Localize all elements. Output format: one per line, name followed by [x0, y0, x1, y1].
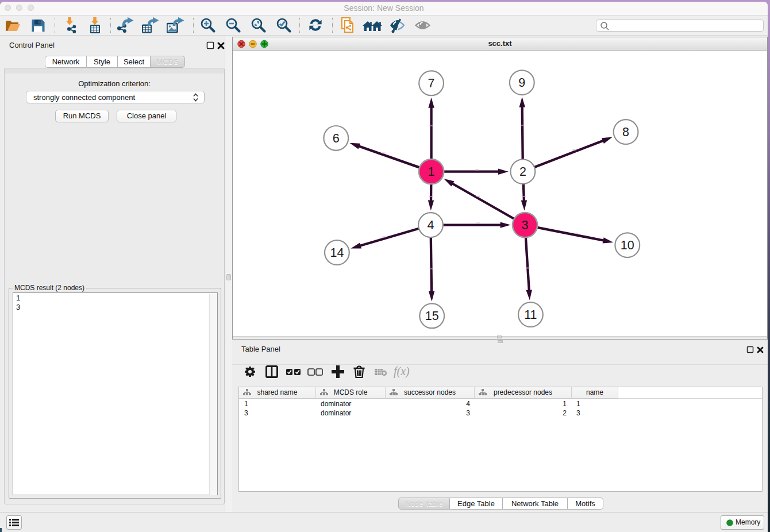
svg-text:9: 9 [518, 76, 525, 90]
svg-text:15: 15 [425, 309, 439, 323]
svg-text:3: 3 [522, 218, 529, 232]
svg-text:1: 1 [428, 165, 435, 179]
svg-text:f(x): f(x) [394, 366, 410, 378]
svg-text:14: 14 [330, 246, 344, 260]
svg-text:4: 4 [428, 218, 434, 232]
svg-text:6: 6 [333, 132, 340, 145]
svg-text:10: 10 [621, 238, 634, 252]
svg-text:11: 11 [524, 308, 537, 322]
svg-text:8: 8 [622, 125, 629, 139]
svg-text:7: 7 [428, 76, 435, 90]
svg-text:2: 2 [519, 165, 526, 179]
